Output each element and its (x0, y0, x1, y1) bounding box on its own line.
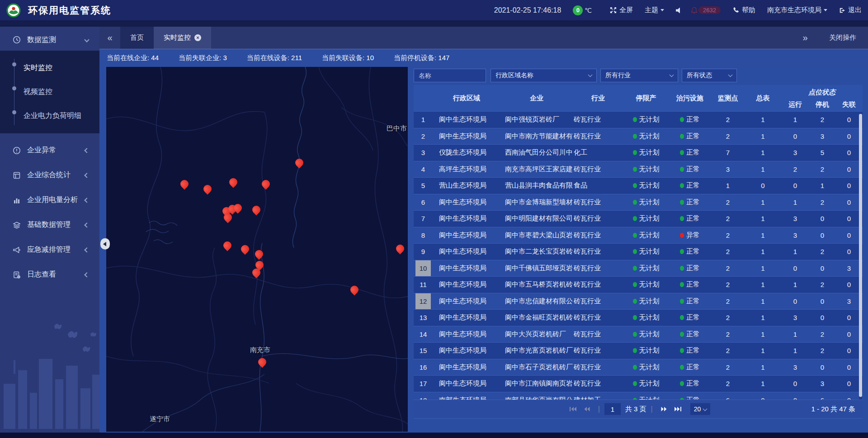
cell-company: 西南油气田分公司川中 (500, 145, 573, 161)
table-row[interactable]: 1 阆中生态环境局 阆中强锐页岩砖厂 砖瓦行业 无计划 正常 2 1 1 2 0 (414, 111, 863, 128)
cell-monitor-count: 2 (711, 343, 745, 359)
table-row[interactable]: 10 阆中生态环境局 阆中千佛镇五郎垭页岩 砖瓦行业 无计划 正常 2 1 0 … (414, 260, 863, 277)
cell-lost-count: 0 (835, 227, 863, 244)
tabs-scroll-right-icon[interactable]: » (795, 33, 816, 43)
first-page-button[interactable] (570, 406, 576, 412)
table-row[interactable]: 12 阆中生态环境局 阆中市忠信建材有限公 砖瓦行业 无计划 正常 2 1 0 … (414, 293, 863, 310)
row-number: 5 (415, 178, 431, 194)
sidebar-item-power-load-detail[interactable]: 企业电力负荷明细 (0, 104, 99, 128)
sidebar-item-log-view[interactable]: 日志查看 (0, 262, 99, 287)
map-marker-pin[interactable] (222, 240, 233, 251)
table-row[interactable]: 9 阆中生态环境局 阆中市二龙长宝页岩砖 砖瓦行业 无计划 正常 2 1 1 2… (414, 243, 863, 260)
name-search-input[interactable] (414, 69, 486, 82)
close-icon[interactable]: × (194, 34, 201, 41)
cell-monitor-count: 2 (711, 277, 745, 293)
notifications[interactable]: 2632 (691, 6, 721, 14)
cell-region: 阆中生态环境局 (433, 244, 500, 260)
sidebar-item-enterprise-statistics[interactable]: 企业综合统计 (0, 163, 99, 188)
table-row[interactable]: 14 阆中生态环境局 阆中大兴页岩机砖厂 砖瓦行业 无计划 正常 2 1 1 2… (414, 326, 863, 343)
table-row[interactable]: 11 阆中生态环境局 阆中市五马桥页岩机砖 砖瓦行业 无计划 正常 2 1 1 … (414, 276, 863, 293)
sidebar-item-base-data[interactable]: 基础数据管理 (0, 212, 99, 237)
map-marker-pin[interactable] (239, 243, 250, 254)
sidebar-item-realtime-monitoring[interactable]: 实时监控 (0, 56, 99, 80)
cell-monitor-count: 2 (711, 194, 745, 211)
map-marker-pin[interactable] (394, 243, 406, 254)
cell-running-count: 3 (781, 145, 809, 161)
tab-realtime-monitoring[interactable]: 实时监控 × (154, 27, 211, 49)
page-size-select[interactable]: 20 (690, 403, 711, 415)
table-row[interactable]: 13 阆中生态环境局 阆中市金福旺页岩机砖 砖瓦行业 无计划 正常 2 1 3 … (414, 309, 863, 326)
map-marker-pin[interactable] (349, 284, 360, 295)
status-select[interactable]: 所有状态 (682, 69, 737, 82)
region-select[interactable]: 行政区域名称 (491, 69, 597, 82)
chevron-left-icon (84, 173, 89, 178)
chevron-down-icon (588, 73, 593, 77)
logout-button[interactable]: 退出 (839, 6, 862, 14)
map-marker-pin[interactable] (202, 183, 213, 194)
table-row[interactable]: 5 营山生态环境局 营山县润丰肉食品有限 食品 无计划 正常 1 0 0 1 0 (414, 177, 863, 194)
tab-home[interactable]: 首页 (120, 27, 154, 49)
table-row[interactable]: 8 阆中生态环境局 阆中市枣碧大梁山页岩 砖瓦行业 无计划 异常 2 1 3 0… (414, 227, 863, 244)
cell-region: 阆中生态环境局 (433, 310, 500, 326)
help-button[interactable]: 帮助 (732, 6, 755, 14)
sidebar-item-power-analysis[interactable]: 企业用电量分析 (0, 188, 99, 212)
cell-total-meter: 1 (745, 194, 781, 211)
page-number-input[interactable]: 1 (604, 403, 621, 415)
cell-stop-status: 无计划 (623, 277, 669, 293)
cell-monitor-count: 3 (711, 161, 745, 178)
table-row[interactable]: 7 阆中生态环境局 阆中明阳建材有限公司 砖瓦行业 无计划 正常 2 1 3 0… (414, 210, 863, 227)
cell-total-meter: 1 (745, 161, 781, 178)
cell-stop-status: 无计划 (623, 244, 669, 260)
close-operations-button[interactable]: 关闭操作 (829, 33, 856, 42)
cell-region: 仪陇生态环境局 (433, 145, 500, 161)
next-page-button[interactable] (661, 406, 667, 412)
industry-select-value: 所有行业 (605, 71, 666, 80)
map-marker-pin[interactable] (253, 248, 264, 259)
table-row[interactable]: 2 阆中生态环境局 阆中市南方节能建材有 砖瓦行业 无计划 正常 2 1 0 3… (414, 128, 863, 145)
chevron-down-icon (84, 37, 89, 42)
tabs-scroll-left-icon[interactable]: « (99, 27, 120, 49)
fullscreen-button[interactable]: 全屏 (610, 6, 633, 14)
row-number: 13 (415, 310, 431, 326)
map-marker-pin[interactable] (260, 178, 271, 189)
map-marker-pin[interactable] (293, 157, 305, 168)
table-row[interactable]: 4 高坪生态环境局 南充市高坪区王家店建 砖瓦行业 无计划 正常 3 1 2 2… (414, 161, 863, 178)
status-dot-icon (680, 282, 684, 287)
table-header: 行政区域 企业 行业 停限产 治污设施 监测点 总表 点位状态 运行 停机 失联 (414, 85, 863, 111)
theme-button[interactable]: 主题 (645, 6, 664, 14)
tab-label: 首页 (130, 33, 144, 42)
industry-select[interactable]: 所有行业 (600, 69, 678, 82)
cell-halted-count: 2 (809, 161, 835, 178)
status-dot-icon (680, 249, 684, 254)
prev-page-button[interactable] (584, 406, 590, 412)
table-row[interactable]: 3 仪陇生态环境局 西南油气田分公司川中 化工 无计划 正常 7 1 3 5 0 (414, 144, 863, 161)
table-row[interactable]: 6 阆中生态环境局 阆中市金博瑞新型墙材 砖瓦行业 无计划 正常 2 1 1 2… (414, 194, 863, 211)
sidebar-item-emergency-reduction[interactable]: 应急减排管理 (0, 237, 99, 262)
last-page-button[interactable] (675, 406, 681, 412)
sidebar-item-enterprise-abnormal[interactable]: 企业异常 (0, 138, 99, 163)
table-row[interactable]: 15 阆中生态环境局 阆中市光富页岩机砖厂 砖瓦行业 无计划 正常 2 1 1 … (414, 342, 863, 359)
page-footer-strip (0, 433, 868, 438)
map-marker-pin[interactable] (227, 176, 239, 188)
cell-facility-status: 正常 (669, 211, 711, 227)
sidebar-item-video-monitoring[interactable]: 视频监控 (0, 80, 99, 104)
sidebar-collapse-button[interactable] (100, 238, 110, 250)
cell-facility-status: 正常 (669, 194, 711, 211)
status-dot-icon (633, 216, 637, 221)
cell-company: 营山县润丰肉食品有限 (500, 178, 573, 194)
cell-industry: 砖瓦行业 (573, 277, 623, 293)
region-select-value: 行政区域名称 (495, 71, 585, 80)
sidebar-item-data-monitoring[interactable]: 数据监测 (0, 29, 99, 51)
table-row[interactable]: 16 阆中生态环境局 阆中市石子页岩机砖厂 砖瓦行业 无计划 正常 2 1 3 … (414, 359, 863, 376)
table-scrollbar[interactable] (859, 114, 862, 400)
map-panel[interactable]: 巴中市 南充市 遂宁市 (106, 67, 408, 432)
bullet-icon (12, 62, 16, 66)
org-selector[interactable]: 南充市生态环境局 (767, 6, 827, 14)
table-row[interactable]: 17 阆中生态环境局 阆中市江南镇阆南页岩 砖瓦行业 无计划 正常 2 1 0 … (414, 375, 863, 392)
map-marker-pin[interactable] (179, 178, 190, 189)
cell-lost-count: 0 (835, 112, 863, 128)
scrollbar-thumb[interactable] (859, 114, 862, 397)
map-marker-pin[interactable] (256, 356, 268, 367)
mute-button[interactable] (676, 7, 684, 14)
map-marker-pin[interactable] (250, 204, 262, 215)
